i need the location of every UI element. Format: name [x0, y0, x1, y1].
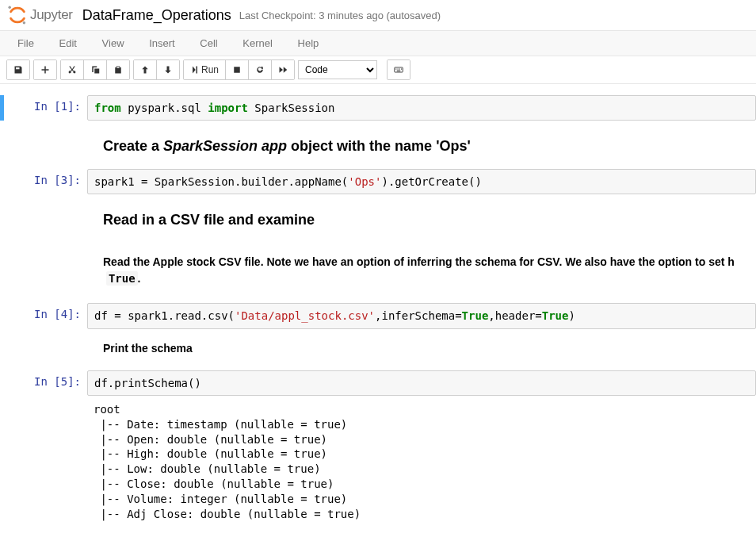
paste-button[interactable] [107, 60, 129, 79]
menu-help[interactable]: Help [287, 31, 330, 56]
paste-icon [113, 65, 123, 75]
run-button[interactable]: Run [184, 60, 226, 79]
heading-create-sparksession: Create a SparkSession app object with th… [103, 138, 750, 155]
markdown-cell-2[interactable]: . Read in a CSV file and examine [0, 196, 756, 241]
arrow-down-icon [163, 65, 173, 75]
markdown-cell-3[interactable]: . Read the Apple stock CSV file. Note we… [0, 243, 756, 301]
svg-point-1 [23, 21, 26, 25]
prompt-empty: . [8, 331, 87, 369]
menubar: File Edit View Insert Cell Kernel Help [0, 31, 756, 56]
restart-button[interactable] [249, 60, 272, 79]
restart-run-button[interactable] [272, 60, 294, 79]
code-cell-4[interactable]: In [4]: df = spark1.read.csv('Data/appl_… [0, 303, 756, 328]
stop-button[interactable] [226, 60, 249, 79]
prompt-empty: . [8, 196, 87, 241]
svg-rect-6 [398, 69, 399, 70]
prompt: In [4]: [8, 303, 87, 328]
cut-icon [67, 65, 77, 75]
svg-point-0 [8, 6, 11, 9]
prompt-empty: . [8, 397, 87, 527]
menu-kernel[interactable]: Kernel [231, 31, 284, 56]
prompt-empty: . [8, 243, 87, 301]
menu-cell[interactable]: Cell [189, 31, 228, 56]
subtext-read-csv: Read the Apple stock CSV file. Note we h… [103, 254, 750, 287]
run-label: Run [201, 64, 219, 75]
code-input[interactable]: from pyspark.sql import SparkSession [87, 95, 756, 121]
prompt-empty: . [8, 122, 87, 167]
logo-text: Jupyter [30, 7, 73, 23]
run-icon [190, 65, 200, 75]
save-icon [13, 65, 23, 75]
restart-icon [255, 65, 265, 75]
prompt: In [5]: [8, 370, 87, 396]
menu-file[interactable]: File [6, 31, 45, 56]
celltype-select[interactable]: Code [298, 60, 377, 79]
move-up-button[interactable] [134, 60, 157, 79]
add-cell-button[interactable] [34, 60, 56, 79]
copy-icon [90, 65, 100, 75]
checkpoint-text: Last Checkpoint: 3 minutes ago (autosave… [239, 10, 441, 21]
menu-view[interactable]: View [91, 31, 136, 56]
menu-edit[interactable]: Edit [48, 31, 88, 56]
svg-rect-8 [401, 69, 402, 70]
svg-rect-9 [397, 71, 401, 71]
code-input[interactable]: df = spark1.read.csv('Data/appl_stock.cs… [87, 303, 756, 328]
move-down-button[interactable] [157, 60, 179, 79]
code-input[interactable]: df.printSchema() [87, 370, 756, 396]
markdown-cell-4[interactable]: . Print the schema [0, 331, 756, 369]
menu-insert[interactable]: Insert [138, 31, 186, 56]
jupyter-logo-icon [6, 4, 29, 26]
code-cell-1[interactable]: In [1]: from pyspark.sql import SparkSes… [0, 95, 756, 121]
notebook: In [1]: from pyspark.sql import SparkSes… [0, 84, 756, 538]
plus-icon [40, 65, 50, 75]
fast-forward-icon [278, 65, 288, 75]
header: Jupyter DataFrame_Operations Last Checkp… [0, 0, 756, 31]
output-cell-5: . root |-- Date: timestamp (nullable = t… [0, 397, 756, 527]
logo[interactable]: Jupyter [6, 4, 73, 26]
svg-rect-2 [197, 67, 198, 74]
keyboard-icon [394, 65, 403, 75]
svg-rect-3 [234, 67, 240, 73]
heading-print-schema: Print the schema [103, 342, 750, 355]
heading-read-csv: Read in a CSV file and examine [103, 212, 750, 228]
code-cell-5[interactable]: In [5]: df.printSchema() [0, 370, 756, 396]
code-input[interactable]: spark1 = SparkSession.builder.appName('O… [87, 169, 756, 194]
cut-button[interactable] [61, 60, 84, 79]
svg-rect-5 [395, 69, 396, 70]
toolbar: Run Code [0, 56, 756, 84]
prompt: In [1]: [8, 95, 87, 121]
markdown-cell-1[interactable]: . Create a SparkSession app object with … [0, 122, 756, 167]
notebook-title[interactable]: DataFrame_Operations [82, 7, 231, 24]
svg-rect-4 [395, 67, 403, 72]
copy-button[interactable] [84, 60, 107, 79]
command-palette-button[interactable] [388, 60, 410, 79]
save-button[interactable] [7, 60, 29, 79]
prompt: In [3]: [8, 169, 87, 194]
stop-icon [232, 65, 242, 75]
output-text: root |-- Date: timestamp (nullable = tru… [87, 397, 756, 527]
arrow-up-icon [140, 65, 150, 75]
svg-rect-7 [399, 69, 400, 70]
code-cell-3[interactable]: In [3]: spark1 = SparkSession.builder.ap… [0, 169, 756, 194]
